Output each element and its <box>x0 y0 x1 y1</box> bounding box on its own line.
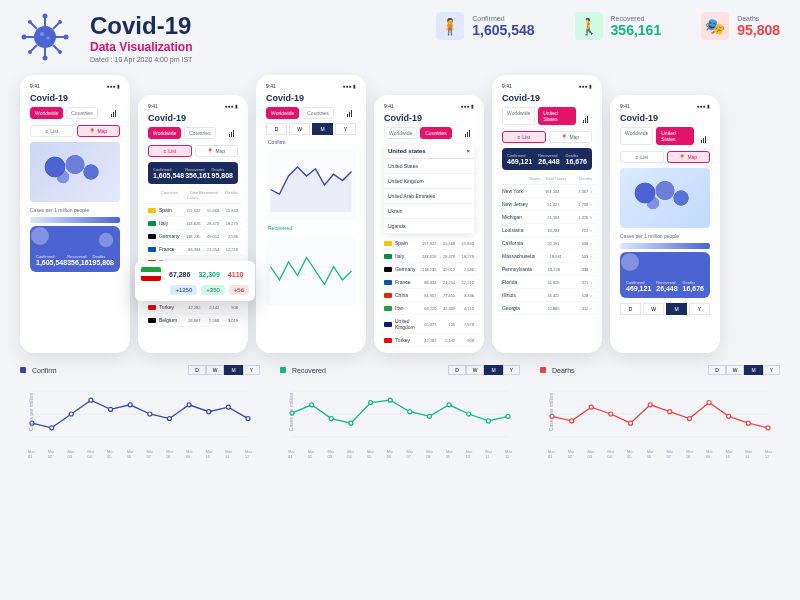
svg-point-15 <box>58 20 62 24</box>
tab-worldwide[interactable]: Worldwide <box>30 107 63 119</box>
pin-icon: 📍 <box>207 148 213 154</box>
svg-point-13 <box>28 20 32 24</box>
tab-worldwide[interactable]: Worldwide <box>502 107 535 125</box>
svg-point-42 <box>329 417 333 421</box>
svg-point-48 <box>447 403 451 407</box>
gradient-legend <box>620 243 710 249</box>
world-map[interactable] <box>30 142 120 202</box>
bars-icon[interactable] <box>697 127 710 145</box>
table-row[interactable]: California20,191548› <box>498 237 596 250</box>
table-row[interactable]: Italy143,62628,47018,279 <box>380 250 478 263</box>
table-row[interactable]: Germany118,23549,0122,536 <box>144 230 242 243</box>
svg-point-56 <box>570 419 574 423</box>
svg-point-9 <box>43 14 48 19</box>
svg-point-10 <box>43 56 48 61</box>
pin-icon: 📍 <box>89 128 95 134</box>
table-row[interactable]: France86,33421,25412,210 <box>144 243 242 256</box>
svg-point-66 <box>766 426 770 430</box>
table-row[interactable]: Italy143,62628,47018,279 <box>144 217 242 230</box>
list-icon: ≡ <box>163 148 166 154</box>
table-row[interactable]: Pennsylvania18,228338› <box>498 263 596 276</box>
view-list[interactable]: ≡List <box>148 145 192 157</box>
bottom-chart-deaths: Dearhs DWMY Cases per million Mar01Mar02… <box>540 365 780 459</box>
tab-us[interactable]: United States <box>656 127 694 145</box>
svg-point-49 <box>467 412 471 416</box>
bars-icon[interactable] <box>579 107 592 125</box>
dropdown-item[interactable]: United Kingdom <box>384 174 474 189</box>
legend-dot <box>280 367 286 373</box>
dropdown-item[interactable]: Ukrain <box>384 204 474 219</box>
tab-worldwide[interactable]: Worldwide <box>266 107 299 119</box>
dropdown-item[interactable]: United States <box>384 159 474 174</box>
view-list[interactable]: ≡List <box>502 131 546 143</box>
table-row[interactable]: New Jersey51,0271,700› <box>498 198 596 211</box>
page-subtitle: Data Visualization <box>90 40 192 54</box>
dropdown-item[interactable]: United Arab Emirates <box>384 189 474 204</box>
range-toggle[interactable]: DWMY <box>188 365 260 375</box>
table-row[interactable]: Louisiana18,283702› <box>498 224 596 237</box>
table-row[interactable]: Georgia10,885412› <box>498 302 596 315</box>
bars-icon[interactable] <box>461 127 474 139</box>
table-row[interactable]: Turkey42,2822,142908 <box>144 301 242 314</box>
table-row[interactable]: Germany118,23549,0122,536 <box>380 263 478 276</box>
phone-us-states: 9:41●●● ▮ Covid-19 Worldwide United Stat… <box>492 75 602 353</box>
tab-countries[interactable]: Countries <box>66 107 97 119</box>
stat-confirmed: 🧍 Confirmed1,605,548 <box>436 12 534 40</box>
bars-icon[interactable] <box>107 107 120 119</box>
svg-line-6 <box>53 45 59 51</box>
view-map[interactable]: 📍Map <box>195 145 239 157</box>
person-walk-icon: 🚶 <box>575 12 603 40</box>
view-map[interactable]: 📍Map <box>77 125 121 137</box>
svg-point-51 <box>506 414 510 418</box>
tab-worldwide[interactable]: Worldwide <box>384 127 417 139</box>
bars-icon[interactable] <box>225 127 238 139</box>
tab-worldwide[interactable]: Worldwide <box>148 127 181 139</box>
close-icon[interactable]: × <box>466 148 470 154</box>
signal-icon: ●●● ▮ <box>107 83 120 89</box>
range-toggle[interactable]: D W M Y <box>262 121 360 137</box>
table-row[interactable]: New York161,5047,067› <box>498 185 596 198</box>
bottom-chart-recovered: Recovered DWMY Cases per million Mar01Ma… <box>280 365 520 459</box>
table-row[interactable]: Belgium26,6675,5683,019 <box>144 314 242 327</box>
table-row[interactable]: Spain157,02255,66815,843 <box>380 237 478 250</box>
svg-point-36 <box>246 417 250 421</box>
bars-icon[interactable] <box>343 107 356 119</box>
svg-point-21 <box>621 253 639 271</box>
table-row[interactable]: United Kingdom65,0771357,978 <box>380 315 478 334</box>
view-map[interactable]: 📍Map <box>549 131 593 143</box>
table-row[interactable]: Iran66,22032,3094,110 <box>380 302 478 315</box>
range-toggle[interactable]: D W M Y <box>616 301 714 317</box>
view-list[interactable]: ≡List <box>30 125 74 137</box>
table-row[interactable]: Spain157,02255,66815,843 <box>144 204 242 217</box>
tab-us[interactable]: United States <box>538 107 576 125</box>
tab-worldwide[interactable]: Worldwide <box>620 127 653 145</box>
table-row[interactable]: Michigan21,5041,076› <box>498 211 596 224</box>
summary-card: Confirmed1,605,548 Recovered356,161 Deat… <box>30 226 120 272</box>
us-map[interactable] <box>620 168 710 228</box>
range-toggle[interactable]: DWMY <box>708 365 780 375</box>
svg-point-64 <box>727 414 731 418</box>
svg-point-63 <box>707 401 711 405</box>
gradient-legend <box>30 217 120 223</box>
table-row[interactable]: Florida16,826371› <box>498 276 596 289</box>
iran-flag-icon <box>141 267 161 281</box>
view-list[interactable]: ≡List <box>620 151 664 163</box>
dropdown-item[interactable]: Uganda <box>384 219 474 234</box>
table-row[interactable]: France86,33421,25412,210 <box>380 276 478 289</box>
view-map[interactable]: 📍Map <box>667 151 711 163</box>
table-row[interactable]: Illinois16,422528› <box>498 289 596 302</box>
phone-charts: 9:41●●● ▮ Covid-19 Worldwide Countries D… <box>256 75 366 353</box>
tab-countries[interactable]: Countries <box>184 127 215 139</box>
tab-countries[interactable]: Countries <box>420 127 451 139</box>
table-row[interactable]: China81,90777,4553,336 <box>380 289 478 302</box>
page-title: Covid-19 <box>90 12 192 40</box>
svg-point-16 <box>28 50 32 54</box>
table-row[interactable]: Massachusetts18,941503› <box>498 250 596 263</box>
legend-dot <box>540 367 546 373</box>
country-dropdown[interactable]: United states× United StatesUnited Kingd… <box>384 144 474 234</box>
range-toggle[interactable]: DWMY <box>448 365 520 375</box>
table-row[interactable]: Turkey42,2822,142908 <box>380 334 478 347</box>
tab-countries[interactable]: Countries <box>302 107 333 119</box>
svg-point-28 <box>89 398 93 402</box>
us-summary-card: Confirmed469,121 Recovered26,448 Deaths1… <box>620 252 710 298</box>
